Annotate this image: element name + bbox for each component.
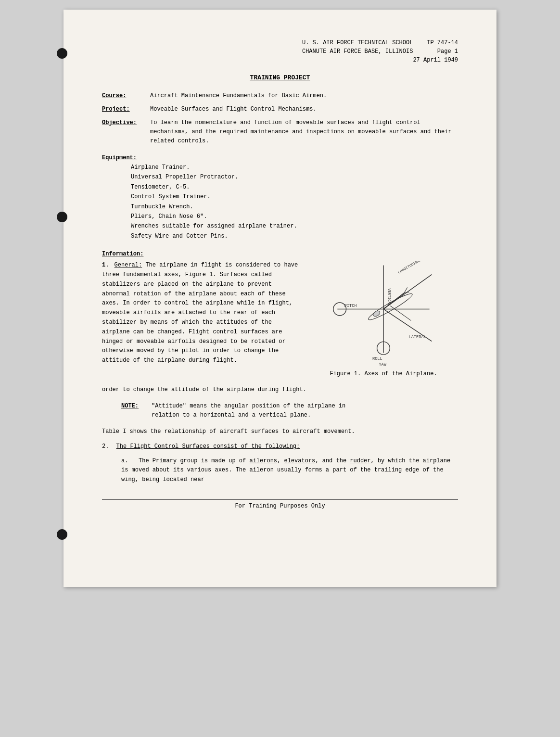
information-section: Information: 1. General: The airplane in… [102,250,458,379]
margin-marker-2 [57,212,67,222]
margin-marker-3 [57,529,67,540]
equipment-list: Airplane Trainer.Universal Propeller Pro… [102,163,458,241]
header-line1: U. S. AIR FORCE TECHNICAL SCHOOL [302,38,413,47]
svg-line-12 [383,293,404,309]
general-text: The airplane in flight is considered to … [102,262,298,364]
equipment-label: Equipment: [102,154,137,161]
document-page: U. S. AIR FORCE TECHNICAL SCHOOL CHANUTE… [64,10,496,587]
course-value: Aircraft Maintenance Fundamentals for Ba… [145,91,458,100]
footer: For Training Purposes Only [102,499,458,509]
table-note: Table I shows the relationship of aircra… [102,427,458,436]
tp-number: TP 747-14 [413,38,458,47]
date: 27 April 1949 [413,56,458,64]
equipment-item: Safety Wire and Cotter Pins. [131,231,458,241]
title-text: TRAINING PROJECT [250,74,310,81]
section2-title: The Flight Control Surfaces consist of t… [116,443,300,450]
header-center: U. S. AIR FORCE TECHNICAL SCHOOL CHANUTE… [302,38,413,64]
note-label: NOTE: [121,402,148,420]
project-label: Project: [102,105,145,114]
page-header: U. S. AIR FORCE TECHNICAL SCHOOL CHANUTE… [102,38,458,64]
note-text: "Attitude" means the angular position of… [148,402,345,420]
general-continuation: order to change the attitude of the airp… [102,385,458,395]
svg-line-13 [390,306,411,321]
objective-value: To learn the nomenclature and function o… [145,118,458,146]
equipment-item: Control System Trainer. [131,192,458,202]
section-2: 2. The Flight Control Surfaces consist o… [102,442,458,452]
svg-text:LONGITUDINAL: LONGITUDINAL [397,261,422,275]
equipment-item: Wrenches suitable for assigned airplane … [131,221,458,231]
figure-caption: Figure 1. Axes of the Airplane. [330,369,437,379]
general-title: General: [115,262,142,268]
svg-text:LATERAL: LATERAL [409,335,426,340]
section2-para-a: a. The Primary group is made up of ailer… [102,457,458,485]
note-section: NOTE: "Attitude" means the angular posit… [102,402,458,420]
equipment-item: Airplane Trainer. [131,163,458,172]
svg-text:ROLL: ROLL [372,356,382,361]
margin-marker-1 [57,48,67,59]
header-right: TP 747-14 Page 1 27 April 1949 [413,38,458,64]
page-number: Page 1 [413,47,458,56]
footer-text: For Training Purposes Only [235,503,325,509]
equipment-section: Equipment: Airplane Trainer.Universal Pr… [102,153,458,241]
header-line2: CHANUTE AIR FORCE BASE, ILLINOIS [302,47,413,56]
information-label: Information: [102,250,458,259]
equipment-item: Tensiometer, C-5. [131,182,458,192]
figure-block: PITCH VERTICAL LONGITUDINAL LATERAL [309,261,458,379]
objective-field: Objective: To learn the nomenclature and… [102,118,458,146]
section2-num: 2. [102,443,109,450]
equipment-item: Pliers, Chain Nose 6". [131,212,458,221]
project-field: Project: Moveable Surfaces and Flight Co… [102,105,458,114]
course-field: Course: Aircraft Maintenance Fundamental… [102,91,458,100]
info-content: 1. General: The airplane in flight is co… [102,261,458,379]
equipment-item: Turnbuckle Wrench. [131,202,458,212]
axes-diagram: PITCH VERTICAL LONGITUDINAL LATERAL [316,261,451,367]
svg-text:YAW: YAW [379,362,386,367]
equipment-item: Universal Propeller Protractor. [131,172,458,182]
objective-label: Objective: [102,118,145,146]
general-text-block: 1. General: The airplane in flight is co… [102,261,299,379]
project-value: Moveable Surfaces and Flight Control Mec… [145,105,458,114]
course-label: Course: [102,91,145,100]
document-title: TRAINING PROJECT [102,73,458,82]
